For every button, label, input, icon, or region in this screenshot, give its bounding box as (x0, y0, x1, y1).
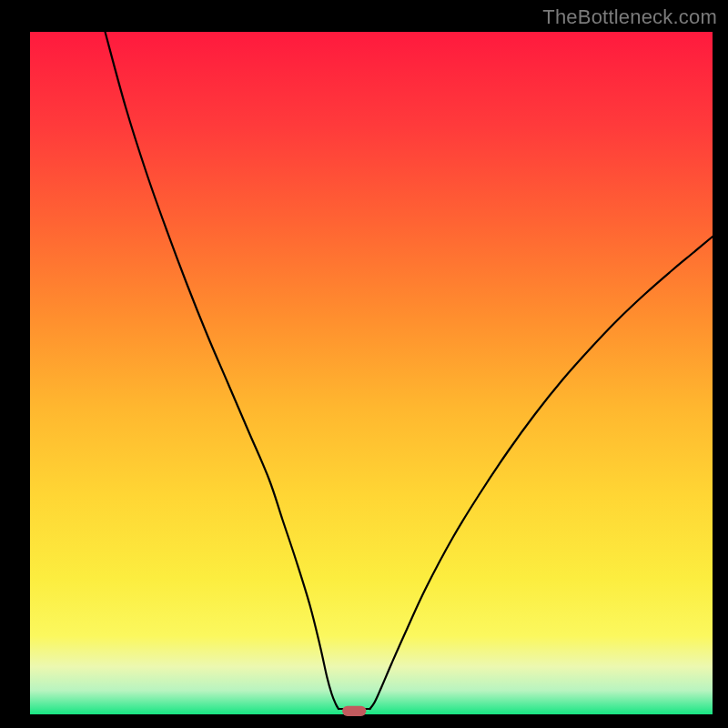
plot-background (30, 32, 713, 714)
chart-canvas (0, 0, 728, 728)
chart-frame: TheBottleneck.com (0, 0, 728, 728)
bottleneck-marker (342, 706, 366, 716)
